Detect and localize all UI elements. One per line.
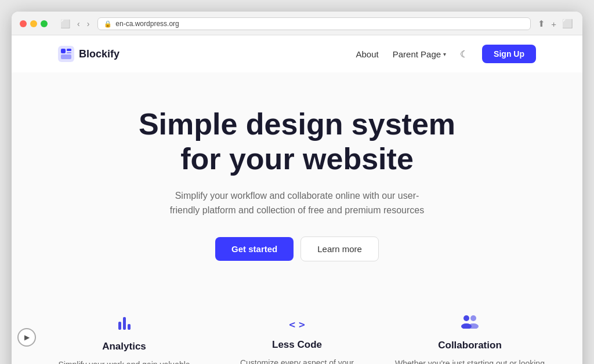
svg-point-5 (463, 315, 469, 321)
logo-icon (58, 46, 74, 62)
theme-toggle-button[interactable]: ☾ (460, 49, 468, 60)
feature-collaboration: Collaboration Whether you're just starti… (394, 314, 545, 364)
tab-overview-button[interactable]: ⬜ (561, 17, 574, 30)
new-tab-button[interactable]: + (550, 18, 557, 30)
chevron-left-icon: < (289, 318, 295, 330)
maximize-button[interactable] (41, 20, 48, 27)
code-icon: < > (222, 314, 372, 332)
traffic-lights (20, 20, 48, 27)
url-text: en-ca.wordpress.org (115, 20, 179, 28)
nav-links: About Parent Page ▾ ☾ Sign Up (356, 45, 537, 63)
svg-rect-2 (67, 49, 71, 51)
forward-button[interactable]: › (85, 18, 92, 30)
close-button[interactable] (20, 20, 27, 27)
sidebar-toggle-button[interactable]: ⬜ (58, 18, 73, 30)
svg-rect-0 (58, 46, 74, 62)
feature-collaboration-desc: Whether you're just starting out or look… (394, 357, 545, 364)
hero-subtitle: Simplify your workflow and collaborate o… (169, 188, 425, 218)
svg-rect-4 (61, 54, 71, 59)
play-button[interactable]: ▶ (17, 328, 36, 347)
back-button[interactable]: ‹ (75, 18, 82, 30)
browser-actions: ⬆ + ⬜ (537, 17, 574, 30)
browser-chrome: ⬜ ‹ › 🔒 en-ca.wordpress.org ⬆ + ⬜ (12, 12, 582, 35)
nav-parent-page-dropdown[interactable]: Parent Page ▾ (393, 49, 446, 59)
feature-analytics: Analytics Simplify your work and gain va… (49, 314, 200, 364)
browser-navigation: ⬜ ‹ › (58, 18, 92, 30)
hero-buttons: Get started Learn more (128, 236, 466, 261)
navigation: Blockify About Parent Page ▾ ☾ Sign Up (12, 35, 582, 72)
signup-button[interactable]: Sign Up (482, 45, 536, 63)
website-content: Blockify About Parent Page ▾ ☾ Sign Up S… (12, 35, 582, 364)
feature-less-code-desc: Customize every aspect of your dashboard… (222, 356, 372, 364)
share-button[interactable]: ⬆ (537, 17, 546, 30)
analytics-icon (49, 314, 200, 334)
lock-icon: 🔒 (104, 20, 112, 28)
feature-less-code: < > Less Code Customize every aspect of … (222, 314, 372, 364)
logo-text: Blockify (79, 48, 119, 60)
get-started-button[interactable]: Get started (215, 237, 294, 261)
learn-more-button[interactable]: Learn more (300, 236, 379, 261)
minimize-button[interactable] (30, 20, 37, 27)
logo-link[interactable]: Blockify (58, 46, 119, 62)
address-bar[interactable]: 🔒 en-ca.wordpress.org (97, 17, 531, 30)
chevron-right-icon: > (299, 318, 305, 330)
svg-rect-3 (67, 52, 71, 53)
svg-rect-1 (61, 49, 66, 53)
chevron-down-icon: ▾ (443, 51, 446, 57)
feature-less-code-title: Less Code (222, 339, 372, 351)
hero-title: Simple design system for your website (128, 107, 466, 177)
feature-analytics-desc: Simplify your work and gain valuable ins… (49, 358, 200, 364)
collaboration-icon (394, 314, 545, 333)
feature-collaboration-title: Collaboration (394, 340, 545, 351)
feature-analytics-title: Analytics (49, 341, 200, 352)
features-section: Analytics Simplify your work and gain va… (12, 290, 582, 364)
svg-point-6 (470, 315, 476, 321)
browser-window: ⬜ ‹ › 🔒 en-ca.wordpress.org ⬆ + ⬜ (12, 12, 582, 364)
hero-section: Simple design system for your website Si… (12, 72, 582, 290)
nav-about-link[interactable]: About (356, 49, 379, 59)
